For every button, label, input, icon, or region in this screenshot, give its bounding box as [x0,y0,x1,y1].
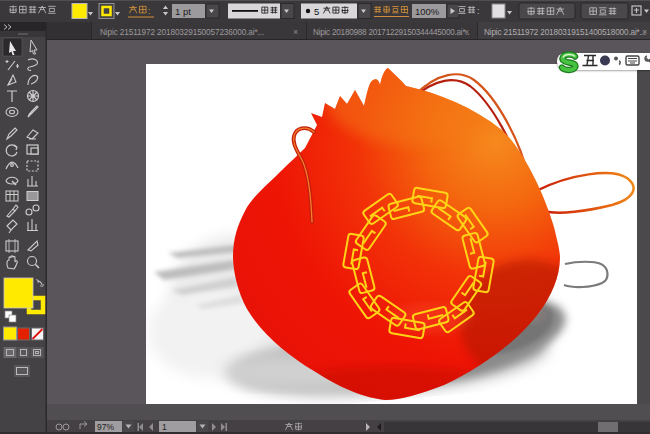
svg-text:Nipic 20180988 201712291503444: Nipic 20180988 20171229150344445000.ai*.… [313,28,469,37]
svg-text:×: × [464,27,469,37]
svg-text:100%: 100% [415,6,440,17]
svg-text:×: × [293,27,298,37]
svg-text:×: × [642,27,647,37]
svg-text::: : [148,6,151,16]
svg-text::: : [477,6,480,16]
svg-text:5: 5 [314,6,319,17]
svg-text:Nipic 21511972 201803291500572: Nipic 21511972 20180329150057236000.ai*.… [100,28,264,37]
svg-text:97%: 97% [97,422,114,432]
svg-text:Nipic 21511972 201803191514005: Nipic 21511972 20180319151400518000.ai*.… [484,28,646,37]
svg-text::: : [406,6,409,16]
svg-text:1 pt: 1 pt [175,6,191,17]
svg-text:1: 1 [162,422,167,432]
